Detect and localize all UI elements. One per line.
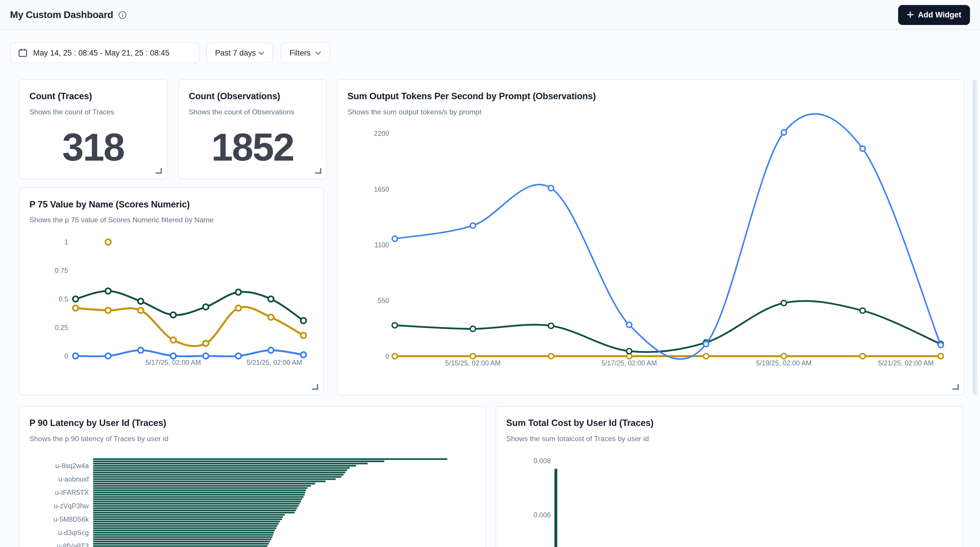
svg-text:u-8fVq9T3: u-8fVq9T3 xyxy=(57,542,89,547)
resize-handle-icon[interactable] xyxy=(156,168,162,173)
widget-title: Count (Observations) xyxy=(189,91,280,101)
resize-handle-icon[interactable] xyxy=(312,384,318,390)
tokens-line-chart[interactable]: 05501100165022005/15/25, 02:00 AM5/17/25… xyxy=(337,80,964,395)
widget-p75-value-by-name: P 75 Value by Name (Scores Numeric) Show… xyxy=(19,187,324,395)
svg-text:5/21/25, 02:00 AM: 5/21/25, 02:00 AM xyxy=(878,359,934,367)
add-widget-button[interactable]: Add Widget xyxy=(898,5,970,25)
filters-label: Filters xyxy=(290,48,311,57)
time-preset-label: Past 7 days xyxy=(215,48,256,57)
svg-text:0.008: 0.008 xyxy=(534,457,551,465)
resize-handle-icon[interactable] xyxy=(953,384,959,390)
svg-text:0: 0 xyxy=(385,353,389,360)
widget-p90-latency-by-user: P 90 Latency by User Id (Traces) Shows t… xyxy=(19,406,486,547)
svg-text:0.006: 0.006 xyxy=(534,511,551,519)
resize-handle-icon[interactable] xyxy=(315,168,321,173)
widget-subtitle: Shows the count of Observations xyxy=(189,108,294,116)
svg-text:1: 1 xyxy=(64,238,68,246)
svg-text:550: 550 xyxy=(378,297,389,304)
svg-text:u-8sq2w4a: u-8sq2w4a xyxy=(55,462,89,469)
svg-text:0: 0 xyxy=(64,352,68,360)
svg-text:u-5M8D56k: u-5M8D56k xyxy=(54,515,89,523)
svg-text:1100: 1100 xyxy=(374,241,389,249)
widget-count-observations: Count (Observations) Shows the count of … xyxy=(178,79,327,179)
svg-text:1650: 1650 xyxy=(374,186,389,193)
toolbar: May 14, 25 : 08:45 - May 21, 25 : 08:45 … xyxy=(10,43,330,63)
svg-text:u-aobnuxf: u-aobnuxf xyxy=(58,476,89,483)
svg-text:0.75: 0.75 xyxy=(55,267,68,274)
add-widget-label: Add Widget xyxy=(918,10,961,19)
scrollbar-thumb[interactable] xyxy=(972,80,977,395)
dashboard-page: My Custom Dashboard Add Widget May 14, 2… xyxy=(0,0,980,547)
widget-title: Count (Traces) xyxy=(29,91,92,101)
svg-text:u-tFAR5TX: u-tFAR5TX xyxy=(55,489,89,496)
svg-text:5/17/25, 02:00 AM: 5/17/25, 02:00 AM xyxy=(146,359,201,366)
p90-bar-chart[interactable]: u-8sq2w4au-aobnuxfu-tFAR5TXu-zVqP3hwu-5M… xyxy=(19,406,486,547)
widget-count-traces: Count (Traces) Shows the count of Traces… xyxy=(19,79,167,179)
chevron-down-icon xyxy=(258,51,264,55)
svg-text:0.25: 0.25 xyxy=(55,324,68,331)
count-observations-value: 1852 xyxy=(179,125,326,169)
widget-sum-output-tokens: Sum Output Tokens Per Second by Prompt (… xyxy=(337,79,964,395)
svg-text:u-zVqP3hw: u-zVqP3hw xyxy=(54,502,89,510)
widget-sum-total-cost-by-user: Sum Total Cost by User Id (Traces) Shows… xyxy=(496,406,963,547)
filters-button[interactable]: Filters xyxy=(281,43,330,63)
info-icon[interactable] xyxy=(118,10,127,19)
svg-text:u-d3qr5cg: u-d3qr5cg xyxy=(58,529,89,536)
chevron-down-icon xyxy=(315,51,321,55)
p75-line-chart[interactable]: 00.250.50.7515/17/25, 02:00 AM5/21/25, 0… xyxy=(19,188,323,395)
widget-subtitle: Shows the count of Traces xyxy=(29,108,114,116)
plus-icon xyxy=(907,11,914,18)
date-range-button[interactable]: May 14, 25 : 08:45 - May 21, 25 : 08:45 xyxy=(10,43,200,63)
count-traces-value: 318 xyxy=(19,125,167,169)
page-header: My Custom Dashboard Add Widget xyxy=(0,0,980,30)
svg-text:5/21/25, 02:00 AM: 5/21/25, 02:00 AM xyxy=(247,359,302,366)
calendar-icon xyxy=(18,48,27,57)
svg-text:2200: 2200 xyxy=(374,130,389,137)
date-range-label: May 14, 25 : 08:45 - May 21, 25 : 08:45 xyxy=(33,48,169,57)
time-preset-button[interactable]: Past 7 days xyxy=(206,43,273,63)
svg-text:5/17/25, 02:00 AM: 5/17/25, 02:00 AM xyxy=(601,359,657,367)
svg-text:5/19/25, 02:00 AM: 5/19/25, 02:00 AM xyxy=(756,359,812,367)
svg-text:5/15/25, 02:00 AM: 5/15/25, 02:00 AM xyxy=(445,359,501,367)
svg-text:0.5: 0.5 xyxy=(59,295,68,303)
cost-bar-chart[interactable]: 0.0080.006 xyxy=(496,406,962,547)
page-title: My Custom Dashboard xyxy=(10,9,113,21)
